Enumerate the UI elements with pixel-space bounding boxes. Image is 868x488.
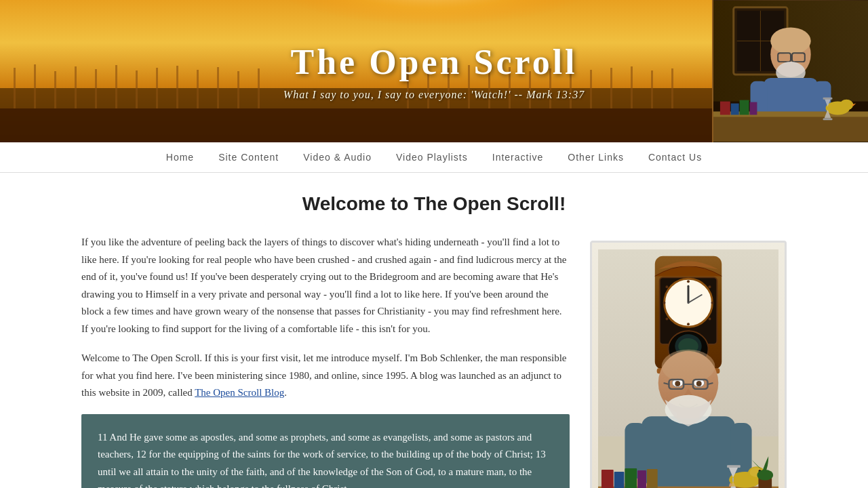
main-nav: Home Site Content Video & Audio Video Pl… [0,142,868,173]
svg-rect-110 [727,465,741,468]
svg-point-85 [662,350,715,383]
site-header: The Open Scroll What I say to you, I say… [0,0,868,142]
svg-point-67 [709,317,711,320]
nav-site-content[interactable]: Site Content [206,144,291,171]
svg-rect-99 [614,472,625,488]
bible-quote-text: 11 And He gave some as apostles, and som… [98,432,546,489]
svg-rect-16 [258,68,260,108]
content-text: If you like the adventure of peeling bac… [81,234,570,488]
nav-contact-us[interactable]: Contact Us [636,144,714,171]
svg-point-71 [666,285,669,288]
svg-point-68 [687,323,690,325]
svg-rect-4 [14,68,16,108]
nav-interactive[interactable]: Interactive [480,144,556,171]
content-image-area [590,241,787,488]
svg-point-66 [711,302,713,304]
svg-rect-100 [625,468,637,488]
svg-rect-12 [176,66,178,108]
nav-video-playlists[interactable]: Video Playlists [384,144,480,171]
webcam-person [713,0,868,142]
svg-rect-101 [637,470,646,488]
webcam-overlay [712,0,868,142]
svg-rect-30 [671,68,673,108]
content-layout: If you like the adventure of peeling bac… [81,234,787,488]
svg-point-38 [770,28,810,55]
svg-rect-102 [647,469,658,488]
svg-rect-26 [590,70,592,108]
person-photo-frame [590,241,787,488]
svg-point-70 [663,302,666,304]
intro-paragraph-2: Welcome to The Open Scroll. If this is y… [81,350,570,402]
svg-rect-58 [823,118,833,120]
svg-rect-6 [54,71,56,108]
svg-point-88 [675,381,680,386]
intro-paragraph: If you like the adventure of peeling bac… [81,234,570,338]
nav-other-links[interactable]: Other Links [555,144,636,171]
svg-rect-51 [750,102,757,115]
site-subtitle: What I say to you, I say to everyone: 'W… [283,89,585,101]
svg-rect-29 [651,70,653,108]
svg-rect-14 [217,67,219,108]
bible-quote-box: 11 And He gave some as apostles, and som… [81,414,570,489]
svg-rect-50 [740,100,749,115]
svg-rect-15 [237,71,239,108]
svg-rect-10 [136,70,138,108]
page-title: Welcome to The Open Scroll! [81,193,787,215]
main-content: Welcome to The Open Scroll! If you like … [0,173,868,488]
svg-rect-46 [713,115,868,142]
svg-point-69 [666,317,669,320]
svg-rect-48 [720,102,730,115]
svg-point-65 [709,285,711,288]
svg-rect-5 [34,64,36,108]
svg-rect-13 [197,70,199,108]
nav-video-audio[interactable]: Video & Audio [291,144,384,171]
intro-p2-text1: Welcome to The Open Scroll. If this is y… [81,352,566,398]
svg-rect-7 [75,66,77,108]
person-photo-svg [597,249,780,488]
nav-home[interactable]: Home [154,144,206,171]
svg-rect-11 [156,68,158,108]
svg-point-64 [687,280,690,283]
site-title: The Open Scroll [290,42,577,82]
svg-rect-98 [601,470,614,488]
svg-rect-28 [631,66,633,108]
svg-rect-49 [731,104,739,115]
svg-rect-9 [115,65,117,108]
svg-point-89 [696,381,702,386]
svg-rect-57 [823,98,833,100]
svg-rect-8 [95,69,97,108]
blog-link[interactable]: The Open Scroll Blog [195,387,284,398]
intro-p2-text2: . [284,387,287,398]
svg-rect-27 [610,68,612,108]
